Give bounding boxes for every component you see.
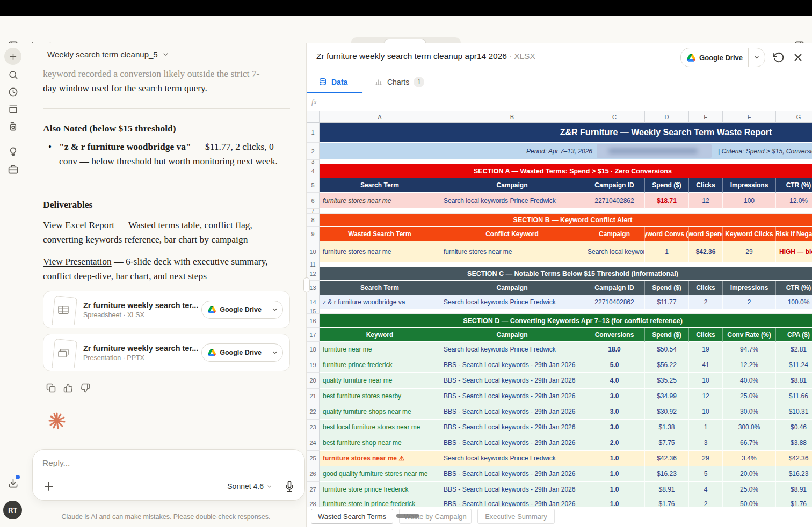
column-header-E[interactable]: E (689, 111, 723, 123)
data-cell[interactable]: BBS - Search Local keywords - 29th Jan 2… (440, 466, 584, 482)
row-number-14[interactable]: 14 (307, 295, 320, 309)
formula-bar[interactable]: fx (307, 93, 812, 112)
row-number-20[interactable]: 20 (307, 373, 320, 389)
data-cell[interactable]: 30.0% (723, 404, 776, 420)
data-cell[interactable]: 22710402862 (584, 193, 645, 209)
data-cell[interactable]: furniture store prince frederick (320, 482, 440, 497)
data-cell[interactable]: good quality furniture stores near me (320, 466, 440, 482)
row-number-2[interactable]: 2 (307, 143, 320, 160)
thumbs-up-icon[interactable] (63, 383, 73, 393)
data-cell[interactable]: $3.88 (776, 435, 812, 451)
data-cell[interactable]: $2.81 (776, 342, 812, 357)
data-cell[interactable]: $1.76 (776, 497, 812, 507)
horizontal-scrollbar-thumb[interactable] (396, 514, 419, 518)
header-cell[interactable]: Conversions (584, 328, 645, 342)
header-cell[interactable]: Conflict Keyword (440, 227, 584, 241)
row-number-23[interactable]: 23 (307, 420, 320, 435)
row-number-10[interactable]: 10 (307, 241, 320, 262)
search-icon[interactable] (6, 68, 19, 81)
user-avatar[interactable]: RT (3, 501, 22, 519)
data-cell[interactable]: $42.36 (776, 451, 812, 466)
row-number-19[interactable]: 19 (307, 357, 320, 373)
section-banner[interactable]: SECTION C — Notable Terms Below $15 Thre… (320, 267, 812, 281)
google-drive-dropdown[interactable] (267, 301, 282, 318)
google-drive-open[interactable]: Google Drive (681, 54, 748, 62)
view-presentation-link[interactable]: View Presentation (43, 256, 112, 267)
row-number-28[interactable]: 28 (307, 497, 320, 507)
data-cell[interactable]: $11.77 (645, 295, 689, 309)
data-cell[interactable]: 100 (723, 193, 776, 209)
file-card-presentation[interactable]: Zr furniture weekly search ter... Presen… (43, 334, 290, 371)
data-cell[interactable]: 3.0 (584, 404, 645, 420)
header-cell[interactable]: Clicks (689, 178, 723, 193)
data-cell[interactable]: 94.7% (723, 342, 776, 357)
header-cell[interactable]: CPA ($) (776, 328, 812, 342)
data-cell[interactable]: 12.2% (723, 357, 776, 373)
header-cell[interactable]: Risk if Negated (776, 227, 812, 241)
data-cell[interactable]: 19 (689, 342, 723, 357)
data-cell[interactable]: 4 (689, 482, 723, 497)
data-cell[interactable]: $18.71 (645, 193, 689, 209)
view-excel-report-link[interactable]: View Excel Report (43, 219, 114, 230)
data-cell[interactable]: 3.4% (723, 451, 776, 466)
data-cell[interactable]: best local furniture stores near me (320, 420, 440, 435)
data-cell[interactable]: 100.0% (776, 295, 812, 309)
period-cell[interactable]: Period: Apr 7–13, 2026| Criteria: Spend … (320, 143, 812, 160)
data-cell[interactable]: Search local keywords (584, 241, 645, 262)
data-cell[interactable]: $30.92 (645, 404, 689, 420)
lightbulb-icon[interactable] (6, 145, 19, 158)
data-cell[interactable]: furniture prince frederick (320, 357, 440, 373)
data-cell[interactable]: 50.0% (723, 497, 776, 507)
row-number-26[interactable]: 26 (307, 466, 320, 482)
data-cell[interactable]: 40.0% (723, 373, 776, 389)
close-icon[interactable] (792, 52, 804, 63)
archive-drawer-icon[interactable] (6, 103, 19, 115)
google-drive-dropdown[interactable] (267, 344, 282, 361)
data-cell[interactable]: BBS - Search Local keywords - 29th Jan 2… (440, 373, 584, 389)
data-cell[interactable]: furniture near me (320, 342, 440, 357)
header-cell[interactable]: Clicks (689, 328, 723, 342)
header-cell[interactable]: Spend ($) (645, 328, 689, 342)
data-cell[interactable]: furniture stores near me (320, 193, 440, 209)
row-number-6[interactable]: 6 (307, 193, 320, 209)
data-cell[interactable]: $35.25 (645, 373, 689, 389)
data-cell[interactable]: $1.76 (645, 497, 689, 507)
conversation-header[interactable]: Weekly search term cleanup_5 (47, 50, 290, 59)
data-cell[interactable]: $0.46 (776, 420, 812, 435)
data-cell[interactable]: 4.0 (584, 373, 645, 389)
row-number-21[interactable]: 21 (307, 389, 320, 404)
data-cell[interactable]: furniture stores near me (440, 241, 584, 262)
row-number-17[interactable]: 17 (307, 328, 320, 342)
data-cell[interactable]: 3 (689, 435, 723, 451)
row-number-9[interactable]: 9 (307, 227, 320, 241)
data-cell[interactable]: Search local keywords Prince Fredwick (440, 193, 584, 209)
header-cell[interactable]: Search Term (320, 281, 440, 295)
row-number-27[interactable]: 27 (307, 482, 320, 497)
data-cell[interactable]: BBS - Search Local keywords - 29th Jan 2… (440, 497, 584, 507)
header-cell[interactable]: Campaign (584, 227, 645, 241)
header-cell[interactable]: Conv Rate (%) (723, 328, 776, 342)
header-cell[interactable]: CTR (%) (776, 178, 812, 193)
sheet-tab-executive-summary[interactable]: Executive Summary (477, 509, 555, 524)
copy-icon[interactable] (46, 383, 56, 393)
data-cell[interactable]: Search local keywords Prince Fredwick (440, 295, 584, 309)
refresh-icon[interactable] (773, 52, 785, 63)
data-cell[interactable]: 2 (723, 295, 776, 309)
data-cell[interactable]: $10.31 (776, 404, 812, 420)
row-number-16[interactable]: 16 (307, 314, 320, 328)
data-cell[interactable]: 66.7% (723, 435, 776, 451)
data-cell[interactable]: 5 (689, 466, 723, 482)
data-cell[interactable]: 29 (689, 451, 723, 466)
data-cell[interactable]: BBS - Search Local keywords - 29th Jan 2… (440, 404, 584, 420)
section-banner[interactable]: SECTION B — Keyword Conflict Alert (320, 214, 812, 227)
header-cell[interactable]: Campaign (440, 178, 584, 193)
data-cell[interactable]: $16.23 (776, 466, 812, 482)
data-cell[interactable]: 1.0 (584, 482, 645, 497)
data-cell[interactable]: 1.0 (584, 451, 645, 466)
data-cell[interactable]: furniture store in prince frederick (320, 497, 440, 507)
row-number-24[interactable]: 24 (307, 435, 320, 451)
data-cell[interactable]: Search local keywords Prince Fredwick (440, 451, 584, 466)
data-cell[interactable]: best furniture shop near me (320, 435, 440, 451)
select-all-corner[interactable] (307, 111, 320, 123)
data-cell[interactable]: $1.38 (645, 420, 689, 435)
